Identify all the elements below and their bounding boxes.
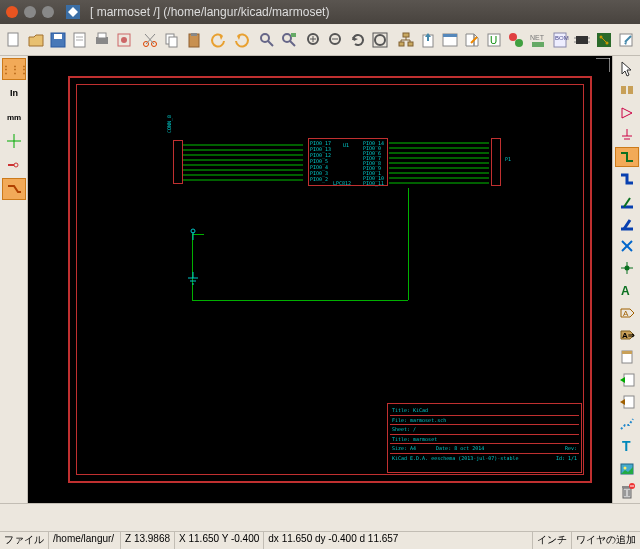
svg-point-21 [283, 34, 291, 42]
units-inch-icon[interactable]: In [2, 82, 26, 104]
svg-line-13 [146, 34, 155, 44]
svg-rect-94 [623, 488, 631, 498]
zoom-out-icon[interactable] [326, 28, 346, 52]
place-netlabel-icon[interactable]: A [615, 281, 639, 301]
open-icon[interactable] [26, 28, 46, 52]
copy-icon[interactable] [162, 28, 182, 52]
zoom-redraw-icon[interactable] [348, 28, 368, 52]
library-editor-icon[interactable] [462, 28, 482, 52]
svg-text:NET: NET [530, 34, 545, 41]
window-title: [ marmoset /] (/home/langur/kicad/marmos… [90, 5, 329, 19]
cvpcb-icon[interactable] [572, 28, 592, 52]
netlist-icon[interactable]: NET [528, 28, 548, 52]
erc-icon[interactable] [506, 28, 526, 52]
place-wire2bus-icon[interactable] [615, 192, 639, 212]
connector-right-label: P1 [505, 156, 511, 162]
svg-rect-32 [399, 42, 404, 46]
new-icon[interactable] [4, 28, 24, 52]
place-globallabel-icon[interactable]: A [615, 303, 639, 323]
place-bus2bus-icon[interactable] [615, 214, 639, 234]
place-power-icon[interactable] [615, 125, 639, 145]
undo-icon[interactable] [209, 28, 229, 52]
maximize-icon[interactable] [42, 6, 54, 18]
svg-rect-31 [403, 33, 409, 37]
message-panel [0, 503, 640, 531]
print-icon[interactable] [92, 28, 112, 52]
bom-icon[interactable]: BOM [550, 28, 570, 52]
backannotate-icon[interactable] [616, 28, 636, 52]
svg-rect-70 [621, 86, 626, 94]
right-toolbar: A A A⇒ T [612, 56, 640, 503]
hierarchy-icon[interactable] [396, 28, 416, 52]
svg-rect-8 [98, 33, 106, 38]
svg-point-29 [375, 35, 385, 45]
find-replace-icon[interactable] [279, 28, 299, 52]
place-line-icon[interactable] [615, 414, 639, 434]
page-settings-icon[interactable] [70, 28, 90, 52]
save-icon[interactable] [48, 28, 68, 52]
svg-point-83 [625, 266, 630, 271]
plot-icon[interactable] [114, 28, 134, 52]
workspace: ⋮⋮⋮ In mm CONN_8 [0, 56, 640, 503]
svg-rect-71 [628, 86, 633, 94]
svg-point-44 [509, 33, 517, 41]
bus-direction-icon[interactable] [2, 178, 26, 200]
status-mode: ワイヤの追加 [572, 532, 640, 549]
minimize-icon[interactable] [24, 6, 36, 18]
highlight-net-icon[interactable] [615, 80, 639, 100]
close-icon[interactable] [6, 6, 18, 18]
place-component-icon[interactable] [615, 103, 639, 123]
hidden-pins-icon[interactable] [2, 154, 26, 176]
leave-sheet-icon[interactable] [418, 28, 438, 52]
cut-icon[interactable] [140, 28, 160, 52]
pcbnew-icon[interactable] [594, 28, 614, 52]
units-mm-icon[interactable]: mm [2, 106, 26, 128]
svg-rect-89 [624, 374, 634, 386]
place-sheet-icon[interactable] [615, 347, 639, 367]
delete-icon[interactable] [615, 481, 639, 501]
svg-rect-1 [8, 33, 18, 46]
place-hierlabel-icon[interactable]: A⇒ [615, 325, 639, 345]
svg-rect-18 [191, 33, 197, 36]
chip-ref: U1 [343, 142, 349, 148]
place-text-icon[interactable]: T [615, 436, 639, 456]
chip-name: LPC812 [333, 180, 351, 186]
power-gnd-icon [186, 272, 200, 286]
svg-point-19 [261, 34, 269, 42]
place-bus-icon[interactable] [615, 169, 639, 189]
svg-rect-33 [408, 42, 413, 46]
svg-text:A⇒: A⇒ [622, 331, 635, 340]
svg-point-63 [14, 163, 18, 167]
place-junction-icon[interactable] [615, 258, 639, 278]
place-wire-icon[interactable] [615, 147, 639, 167]
svg-line-22 [290, 41, 295, 46]
svg-text:A: A [623, 309, 629, 318]
cursor-shape-icon[interactable] [2, 130, 26, 152]
place-image-icon[interactable] [615, 459, 639, 479]
wire [192, 240, 193, 272]
grid-toggle-icon[interactable]: ⋮⋮⋮ [2, 58, 26, 80]
svg-text:BOM: BOM [555, 35, 569, 41]
cursor-icon[interactable] [615, 58, 639, 78]
library-browser-icon[interactable] [440, 28, 460, 52]
place-sheetpin-icon[interactable] [615, 392, 639, 412]
svg-line-20 [268, 41, 273, 46]
status-xy: X 11.650 Y -0.400 [175, 532, 264, 549]
redo-icon[interactable] [231, 28, 251, 52]
find-icon[interactable] [257, 28, 277, 52]
zoom-in-icon[interactable] [304, 28, 324, 52]
annotate-icon[interactable]: U [484, 28, 504, 52]
app-icon [66, 5, 80, 19]
zoom-fit-icon[interactable] [370, 28, 390, 52]
title-block: Title: KiCad File: marmoset.sch Sheet: /… [387, 403, 582, 473]
svg-rect-3 [54, 34, 62, 39]
svg-point-93 [624, 466, 627, 469]
schematic-canvas[interactable]: CONN_8 U1 LPC812 PIO0_17 PIO0_13 PIO0_12… [28, 56, 612, 503]
svg-rect-47 [532, 42, 544, 47]
wire [408, 188, 409, 300]
paste-icon[interactable] [184, 28, 204, 52]
svg-point-10 [121, 37, 127, 43]
import-sheetpin-icon[interactable] [615, 370, 639, 390]
place-noconnect-icon[interactable] [615, 236, 639, 256]
svg-rect-50 [576, 36, 588, 44]
